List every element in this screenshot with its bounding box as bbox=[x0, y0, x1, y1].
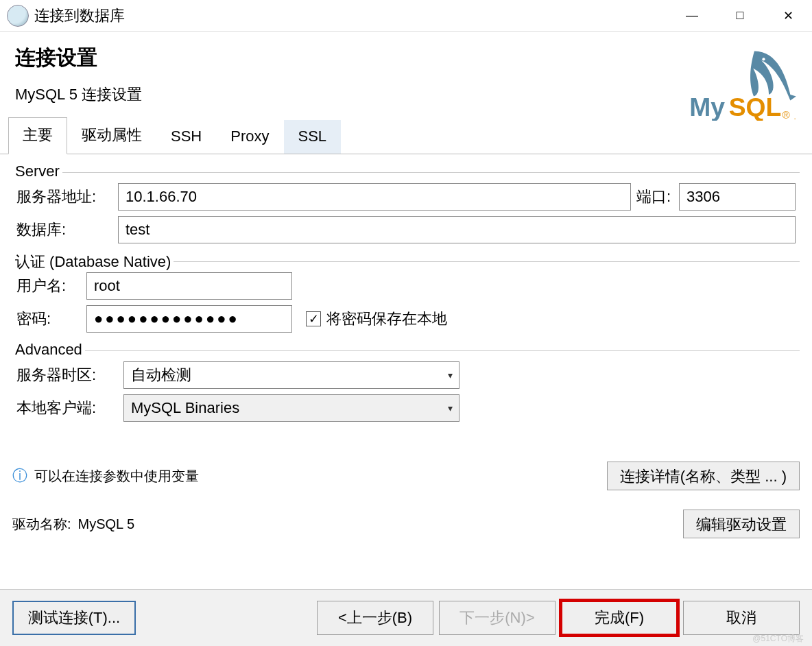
server-group: Server 服务器地址: 端口: 数据库: bbox=[12, 165, 800, 250]
mysql-logo: My SQL ® . bbox=[684, 45, 801, 121]
app-icon bbox=[7, 5, 29, 27]
tab-ssh[interactable]: SSH bbox=[156, 120, 216, 154]
driver-row: 驱动名称: MySQL 5 编辑驱动设置 bbox=[12, 510, 800, 538]
watermark: @51CTO博客 bbox=[752, 633, 804, 645]
password-input[interactable] bbox=[86, 305, 292, 333]
variable-hint: 可以在连接参数中使用变量 bbox=[34, 467, 199, 486]
save-password-label: 将密码保存在本地 bbox=[326, 309, 447, 329]
svg-text:.: . bbox=[793, 112, 796, 121]
cancel-button[interactable]: 取消 bbox=[683, 601, 800, 635]
tab-driver-props[interactable]: 驱动属性 bbox=[67, 117, 156, 154]
svg-text:®: ® bbox=[783, 109, 790, 121]
page-subtitle: MySQL 5 连接设置 bbox=[15, 84, 797, 105]
info-icon: ⓘ bbox=[12, 466, 27, 486]
connection-details-button[interactable]: 连接详情(名称、类型 ... ) bbox=[607, 462, 800, 490]
bottom-bar: 测试连接(T)... <上一步(B) 下一步(N)> 完成(F) 取消 bbox=[0, 589, 812, 646]
page-title: 连接设置 bbox=[15, 44, 797, 72]
edit-driver-button[interactable]: 编辑驱动设置 bbox=[683, 510, 800, 538]
test-connection-button[interactable]: 测试连接(T)... bbox=[12, 601, 136, 635]
titlebar: 连接到数据库 — □ ✕ bbox=[0, 0, 812, 32]
auth-group: 认证 (Database Native) 用户名: 密码: ✓ 将密码保存在本地 bbox=[12, 254, 800, 339]
header: 连接设置 MySQL 5 连接设置 My SQL ® . bbox=[0, 32, 812, 112]
database-input[interactable] bbox=[118, 216, 796, 243]
local-client-label: 本地客户端: bbox=[16, 398, 118, 418]
back-button[interactable]: <上一步(B) bbox=[317, 601, 433, 635]
advanced-group-title: Advanced bbox=[12, 341, 85, 359]
tab-main[interactable]: 主要 bbox=[8, 117, 67, 154]
close-button[interactable]: ✕ bbox=[764, 0, 812, 32]
database-label: 数据库: bbox=[16, 219, 112, 240]
tabs: 主要 驱动属性 SSH Proxy SSL bbox=[0, 117, 812, 154]
window-title: 连接到数据库 bbox=[34, 5, 125, 26]
host-input[interactable] bbox=[118, 183, 631, 211]
port-label: 端口: bbox=[636, 187, 673, 207]
username-label: 用户名: bbox=[16, 276, 81, 296]
tab-ssl[interactable]: SSL bbox=[284, 120, 342, 154]
port-input[interactable] bbox=[679, 183, 796, 211]
driver-label: 驱动名称: bbox=[12, 515, 71, 534]
checkbox-icon: ✓ bbox=[306, 311, 321, 326]
username-input[interactable] bbox=[86, 272, 292, 300]
info-row: ⓘ 可以在连接参数中使用变量 连接详情(名称、类型 ... ) bbox=[12, 462, 800, 490]
next-button[interactable]: 下一步(N)> bbox=[439, 601, 556, 635]
minimize-button[interactable]: — bbox=[668, 0, 716, 32]
svg-text:My: My bbox=[689, 93, 725, 121]
timezone-select[interactable] bbox=[123, 361, 459, 389]
svg-point-0 bbox=[762, 58, 765, 60]
svg-text:SQL: SQL bbox=[729, 93, 782, 121]
password-label: 密码: bbox=[16, 309, 81, 329]
local-client-select[interactable] bbox=[123, 394, 459, 422]
server-group-title: Server bbox=[12, 163, 62, 180]
main-panel: Server 服务器地址: 端口: 数据库: 认证 (Database Nati… bbox=[0, 154, 812, 545]
save-password-checkbox[interactable]: ✓ 将密码保存在本地 bbox=[306, 309, 447, 329]
auth-group-title: 认证 (Database Native) bbox=[12, 252, 174, 272]
timezone-label: 服务器时区: bbox=[16, 365, 118, 385]
maximize-button[interactable]: □ bbox=[716, 0, 764, 32]
tab-proxy[interactable]: Proxy bbox=[216, 120, 283, 154]
host-label: 服务器地址: bbox=[16, 187, 112, 207]
advanced-group: Advanced 服务器时区: ▾ 本地客户端: ▾ bbox=[12, 344, 800, 429]
finish-button[interactable]: 完成(F) bbox=[561, 601, 678, 635]
driver-value: MySQL 5 bbox=[78, 516, 135, 532]
